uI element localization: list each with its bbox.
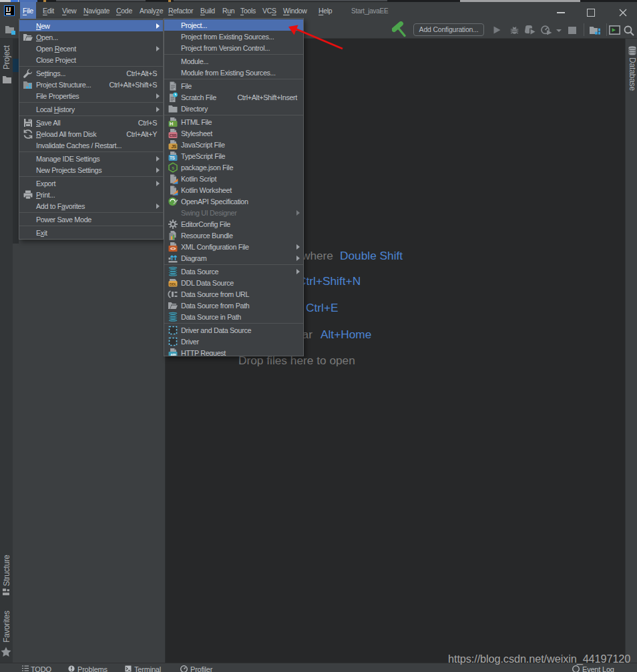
svg-text:<>: <>	[170, 246, 176, 252]
svg-text:H: H	[170, 121, 173, 127]
svg-text:TS: TS	[170, 155, 176, 160]
svg-text:CSS: CSS	[170, 133, 177, 137]
svg-text:JS: JS	[172, 144, 177, 149]
svg-text:API: API	[170, 353, 176, 357]
svg-text:DDL: DDL	[170, 282, 177, 286]
svg-text:s: s	[172, 165, 174, 170]
